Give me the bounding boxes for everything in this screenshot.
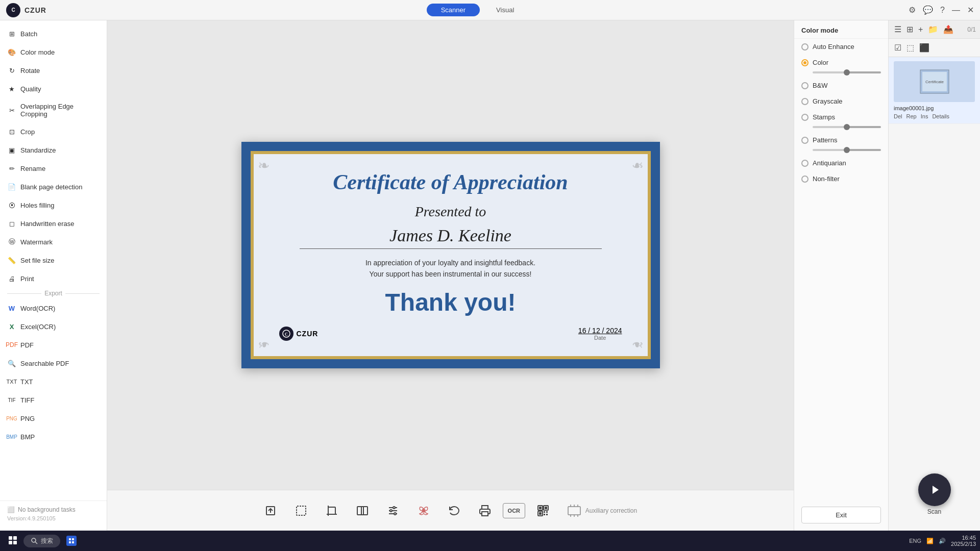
taskbar: 搜索 ENG 📶 🔊 16:45 2025/2/13 <box>0 531 980 551</box>
color-mode-grayscale[interactable]: Grayscale <box>794 93 888 109</box>
titlebar-left: C CZUR <box>6 3 46 17</box>
color-mode-non-filter[interactable]: Non-filter <box>794 171 888 187</box>
watermark-icon: Ⓦ <box>7 237 16 246</box>
ocr-button[interactable]: OCR <box>503 503 525 518</box>
corner-br-icon: ❧ <box>632 336 644 353</box>
bw-radio <box>801 82 808 89</box>
sliders-button[interactable] <box>380 498 406 523</box>
add-file-icon[interactable]: + <box>917 24 924 35</box>
close-icon[interactable]: ✕ <box>967 5 974 15</box>
no-background-tasks: ⬜ No background tasks <box>7 506 100 513</box>
version-label: Version:4.9.250105 <box>7 515 100 521</box>
color-mode-auto-enhance[interactable]: Auto Enhance <box>794 39 888 55</box>
sidebar-item-tiff[interactable]: TIF TIFF <box>0 391 107 409</box>
color-slider-track[interactable] <box>813 71 881 73</box>
file-details-action[interactable]: Details <box>932 113 949 119</box>
exit-button[interactable]: Exit <box>801 507 881 523</box>
cert-logo: C CZUR <box>279 327 318 341</box>
app-logo: C <box>6 3 20 17</box>
file-panel-filters: ☑ ⬚ ⬛ <box>889 39 980 57</box>
standardize-icon: ▣ <box>7 145 16 155</box>
sidebar-item-batch[interactable]: ⊞ Batch <box>0 24 107 43</box>
cert-thanks: Thank you! <box>279 288 622 316</box>
stamps-slider-track[interactable] <box>813 126 881 128</box>
sidebar-item-rotate[interactable]: ↻ Rotate <box>0 61 107 80</box>
sidebar-item-handwritten-erase[interactable]: ◻ Handwritten erase <box>0 214 107 233</box>
sidebar-item-set-file-size[interactable]: 📏 Set file size <box>0 251 107 269</box>
taskbar-start[interactable] <box>4 534 21 548</box>
filter-dotted-icon[interactable]: ⬛ <box>918 42 931 54</box>
color-mode-panel: Color mode Auto Enhance Color B&W Graysc… <box>794 20 888 531</box>
sidebar-item-quality[interactable]: ★ Quality <box>0 80 107 98</box>
sidebar-item-png[interactable]: PNG PNG <box>0 409 107 428</box>
color-mode-bw[interactable]: B&W <box>794 78 888 93</box>
sidebar-item-blank-page[interactable]: 📄 Blank page detection <box>0 178 107 196</box>
file-insert-action[interactable]: Ins <box>921 113 928 119</box>
color-mode-color[interactable]: Color <box>794 55 888 70</box>
list-view-icon[interactable]: ☰ <box>893 23 903 35</box>
sidebar-item-word-ocr[interactable]: W Word(OCR) <box>0 299 107 317</box>
chat-icon[interactable]: 💬 <box>923 5 933 15</box>
color-mode-stamps[interactable]: Stamps <box>794 109 888 125</box>
biohazard-button[interactable] <box>411 498 436 523</box>
filter-check-icon[interactable]: ☑ <box>893 42 903 54</box>
sidebar-item-searchable-pdf[interactable]: 🔍 Searchable PDF <box>0 354 107 372</box>
qr-button[interactable] <box>530 498 556 523</box>
cert-date: 16 / 12 / 2024 Date <box>578 327 622 341</box>
file-delete-action[interactable]: Del <box>894 113 902 119</box>
file-replace-action[interactable]: Rep <box>906 113 917 119</box>
patterns-slider-row <box>794 148 888 155</box>
sidebar-item-pdf[interactable]: PDF PDF <box>0 336 107 354</box>
help-icon[interactable]: ? <box>940 6 945 15</box>
sidebar-item-crop[interactable]: ⊡ Crop <box>0 122 107 141</box>
undo-button[interactable] <box>442 498 467 523</box>
taskbar-app-icon[interactable] <box>62 534 81 548</box>
file-item[interactable]: Certificate image00001.jpg Del Rep Ins D… <box>889 57 980 124</box>
select-tool-button[interactable] <box>288 498 314 523</box>
tab-visual[interactable]: Visual <box>482 4 528 16</box>
sidebar-item-txt[interactable]: TXT TXT <box>0 372 107 391</box>
svg-rect-8 <box>357 507 363 515</box>
sidebar-item-excel-ocr[interactable]: X Excel(OCR) <box>0 317 107 336</box>
color-mode-patterns[interactable]: Patterns <box>794 132 888 148</box>
scan-button[interactable] <box>918 473 951 506</box>
folder-icon[interactable]: 📁 <box>926 23 940 35</box>
sidebar-item-overlapping-edge[interactable]: ✂ Overlapping Edge Cropping <box>0 98 107 122</box>
aux-correction-button[interactable]: Auxiliary correction <box>561 499 643 522</box>
multi-page-button[interactable] <box>350 498 375 523</box>
cert-title: Certificate of Appreciation <box>279 169 622 195</box>
filter-dashed-icon[interactable]: ⬚ <box>905 42 916 54</box>
patterns-slider-track[interactable] <box>813 149 881 151</box>
sidebar-item-rename[interactable]: ✏ Rename <box>0 159 107 178</box>
sidebar-item-color-mode[interactable]: 🎨 Color mode <box>0 43 107 61</box>
export-divider: Export <box>7 290 100 297</box>
sidebar-item-watermark[interactable]: Ⓦ Watermark <box>0 233 107 251</box>
pdf-icon: PDF <box>7 340 16 349</box>
titlebar-tabs: Scanner Visual <box>427 4 529 16</box>
taskbar-right: ENG 📶 🔊 16:45 2025/2/13 <box>909 535 976 547</box>
stamps-slider-thumb <box>844 124 850 130</box>
settings-icon[interactable]: ⚙ <box>909 5 916 15</box>
crop-tool-button[interactable] <box>319 498 345 523</box>
searchable-pdf-icon: 🔍 <box>7 359 16 368</box>
sidebar-item-holes-filling[interactable]: ⦿ Holes filling <box>0 196 107 214</box>
page-up-button[interactable] <box>258 498 283 523</box>
corner-tr-icon: ❧ <box>632 157 644 174</box>
minimize-icon[interactable]: — <box>952 6 960 15</box>
taskbar-lang[interactable]: ENG <box>909 538 921 544</box>
sidebar-item-standardize[interactable]: ▣ Standardize <box>0 141 107 159</box>
patterns-radio <box>801 137 808 144</box>
export-icon[interactable]: 📤 <box>942 23 955 35</box>
svg-rect-29 <box>568 507 580 515</box>
overlapping-edge-icon: ✂ <box>7 106 16 115</box>
print-tool-button[interactable] <box>472 498 498 523</box>
sidebar-item-print[interactable]: 🖨 Print <box>0 269 107 288</box>
taskbar-search[interactable]: 搜索 <box>23 535 60 547</box>
crop-icon: ⊡ <box>7 127 16 136</box>
svg-rect-27 <box>544 514 545 515</box>
sidebar-item-bmp[interactable]: BMP BMP <box>0 428 107 446</box>
grid-view-icon[interactable]: ⊞ <box>905 23 915 35</box>
tab-scanner[interactable]: Scanner <box>427 4 480 16</box>
color-mode-antiquarian[interactable]: Antiquarian <box>794 155 888 171</box>
certificate: ❧ ❧ ❧ ❧ Certificate of Appreciation Pres… <box>241 142 660 368</box>
